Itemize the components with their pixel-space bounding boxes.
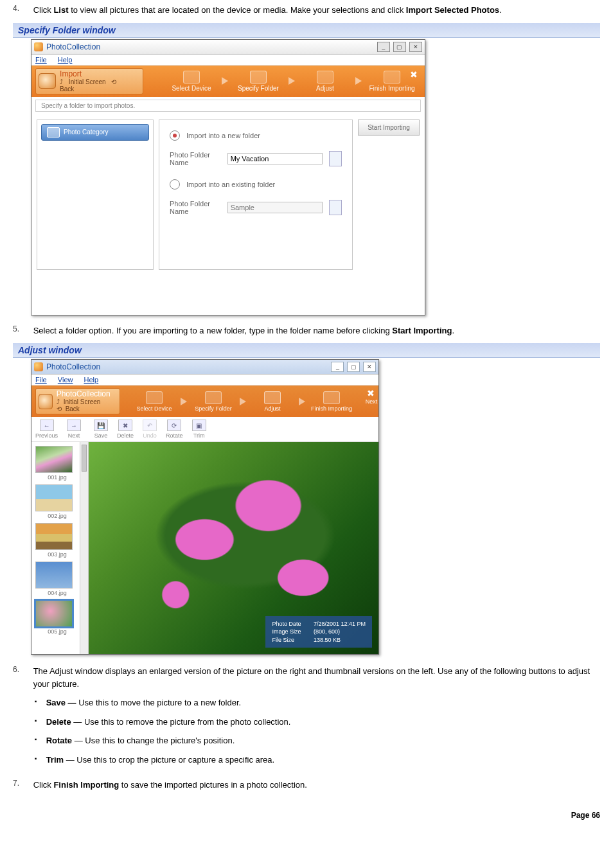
thumbnail-scrollbar[interactable] (80, 442, 88, 654)
step-4-body: Click List to view all pictures that are… (33, 4, 592, 17)
app-icon (34, 42, 43, 51)
folder-icon (47, 127, 60, 137)
thumb-005[interactable]: 005.jpg (35, 600, 79, 635)
import-title: Import (60, 70, 138, 78)
step-specify-folder[interactable]: Specify Folder (229, 71, 287, 92)
main-image-view: Photo Date 7/28/2001 12:41 PM Image Size… (89, 442, 378, 654)
app-icon (34, 362, 43, 371)
step-4-bold-list: List (53, 5, 68, 15)
save-button[interactable]: 💾Save (94, 420, 108, 439)
import-icon (39, 73, 56, 89)
close-button[interactable]: ✕ (409, 42, 422, 52)
step-4-mid: to view all pictures that are located on… (69, 5, 406, 15)
radio-existing-folder-label: Import into an existing folder (186, 181, 275, 188)
step-adjust[interactable]: Adjust (247, 391, 298, 412)
radio-new-folder-label: Import into a new folder (186, 132, 260, 139)
step-6-number: 6. (13, 665, 31, 674)
step-adjust[interactable]: Adjust (296, 71, 354, 92)
start-importing-button[interactable]: Start Importing (358, 120, 420, 136)
arrow-icon (355, 77, 362, 85)
maximize-button[interactable]: ▢ (347, 362, 360, 372)
thumb-002[interactable]: 002.jpg (35, 484, 79, 519)
undo-button[interactable]: ↶Undo (143, 420, 157, 439)
step-5-number: 5. (13, 324, 31, 333)
import-bar: Import ⤴ Initial Screen ⟲ Back Select De… (31, 66, 425, 97)
close-panel-icon[interactable]: ✖ (407, 68, 421, 81)
thumb-001[interactable]: 001.jpg (35, 446, 79, 481)
previous-button[interactable]: ←Previous (35, 420, 58, 439)
maximize-button[interactable]: ▢ (393, 42, 406, 52)
menu-file[interactable]: File (35, 376, 47, 384)
window-title-2: PhotoCollection (46, 362, 100, 371)
step-select-device[interactable]: Select Device (129, 391, 179, 412)
left-panel: Photo Category (37, 120, 154, 270)
bullet-save: Save — Use this to move the picture to a… (33, 696, 592, 709)
radio-new-folder[interactable] (170, 130, 180, 141)
menu-view[interactable]: View (58, 376, 73, 384)
step-4-post: . (499, 5, 502, 15)
back-link-2[interactable]: Back (66, 405, 80, 412)
step-4-bold-import: Import Selected Photos (406, 5, 499, 15)
step-7: 7. Click Finish Importing to save the im… (13, 779, 600, 792)
caption-adjust-window: Adjust window (13, 343, 600, 358)
radio-existing-folder[interactable] (170, 179, 180, 190)
wizard-steps: Select Device Specify Folder Adjust Fini… (163, 71, 421, 92)
folder-name-label-2: Photo Folder Name (170, 200, 221, 215)
window-buttons: _ ▢ ✕ (376, 42, 422, 52)
window-title: PhotoCollection (46, 42, 100, 51)
close-panel-icon[interactable]: ✖ (367, 388, 375, 398)
thumbnail-column: 001.jpg 002.jpg 003.jpg 004.jpg 005.jpg (31, 442, 89, 654)
title-bar: PhotoCollection _ ▢ ✕ (31, 40, 425, 55)
next-button[interactable]: →Next (67, 420, 81, 439)
next-link[interactable]: Next (357, 398, 386, 405)
step-5: 5. Select a folder option. If you are im… (13, 324, 600, 337)
step-finish-importing[interactable]: Finish Importing (306, 391, 357, 412)
arrow-icon (299, 398, 305, 405)
step-7-body: Click Finish Importing to save the impor… (33, 779, 592, 792)
trim-button[interactable]: ▣Trim (192, 420, 206, 439)
step-5-body: Select a folder option. If you are impor… (33, 324, 592, 337)
back-link[interactable]: Back (60, 85, 74, 93)
existing-folder-name-input (227, 202, 323, 213)
arrow-icon (181, 398, 187, 405)
photo-info-overlay: Photo Date 7/28/2001 12:41 PM Image Size… (265, 616, 372, 648)
step-select-device[interactable]: Select Device (163, 71, 220, 92)
browse-button-2[interactable] (329, 200, 342, 215)
browse-button-1[interactable] (329, 151, 342, 166)
screenshot-adjust: PhotoCollection _ ▢ ✕ File View Help Pho… (31, 359, 379, 655)
import-icon (39, 394, 53, 409)
step-7-number: 7. (13, 779, 31, 788)
import-left-panel-2: PhotoCollection ⤴Initial Screen ⟲Back (35, 388, 120, 414)
import-bar-2: PhotoCollection ⤴Initial Screen ⟲Back Se… (31, 385, 378, 417)
menu-help[interactable]: Help (84, 376, 99, 384)
minimize-button[interactable]: _ (377, 42, 390, 52)
menu-help[interactable]: Help (58, 56, 73, 64)
menu-bar-2: File View Help (31, 375, 378, 385)
wizard-steps-2: Select Device Specify Folder Adjust Fini… (129, 391, 386, 412)
title-bar-2: PhotoCollection _ ▢ ✕ (31, 360, 378, 375)
delete-button[interactable]: ✖Delete (117, 420, 134, 439)
hint-bar: Specify a folder to import photos. (35, 100, 421, 112)
arrow-icon (222, 77, 228, 85)
bullet-delete: Delete — Use this to remove the picture … (33, 716, 592, 729)
initial-screen-link[interactable]: Initial Screen (69, 78, 106, 85)
adjust-toolbar: ←Previous →Next 💾Save ✖Delete ↶Undo ⟳Rot… (31, 417, 378, 442)
initial-screen-link-2[interactable]: Initial Screen (64, 398, 101, 405)
new-folder-name-input[interactable] (227, 153, 323, 164)
thumb-003[interactable]: 003.jpg (35, 523, 79, 558)
minimize-button[interactable]: _ (331, 362, 344, 372)
bullet-rotate: Rotate — Use this to change the picture'… (33, 734, 592, 747)
arrow-icon (289, 77, 295, 85)
thumb-004[interactable]: 004.jpg (35, 562, 79, 596)
photo-category-button[interactable]: Photo Category (41, 124, 149, 141)
caption-specify-folder: Specify Folder window (13, 23, 600, 38)
step-specify-folder[interactable]: Specify Folder (188, 391, 238, 412)
center-panel: Import into a new folder Photo Folder Na… (159, 120, 353, 270)
step-4-pre: Click (33, 5, 54, 15)
rotate-button[interactable]: ⟳Rotate (166, 420, 183, 439)
import-left-panel: Import ⤴ Initial Screen ⟲ Back (35, 68, 143, 94)
menu-file[interactable]: File (35, 56, 47, 64)
close-button[interactable]: ✕ (363, 362, 376, 372)
step-4: 4. Click List to view all pictures that … (13, 4, 600, 17)
menu-bar: File Help (31, 55, 425, 66)
